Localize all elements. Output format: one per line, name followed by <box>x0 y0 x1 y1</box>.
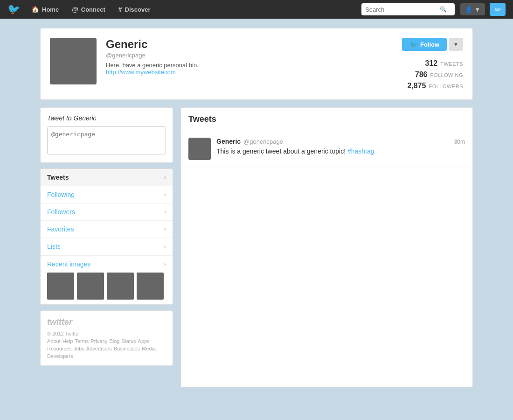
followers-label: Followers <box>47 208 75 216</box>
profile-bio: Here, have a generic personal bio. <box>106 62 388 69</box>
tweet-box-label: Tweet to Generic <box>47 114 166 122</box>
footer-link-about[interactable]: About <box>47 338 61 344</box>
followers-label: FOLLOWERS <box>429 84 463 89</box>
sidebar-nav-panel: Tweets › Following › Followers › Favorit… <box>40 168 173 305</box>
tweet-time: 30m <box>454 139 465 145</box>
sidebar-header-chevron: › <box>164 174 166 181</box>
footer-link-media[interactable]: Media <box>142 346 156 351</box>
nav-connect-label: Connect <box>81 6 105 13</box>
follow-label: Follow <box>420 41 439 48</box>
follow-dropdown-button[interactable]: ▼ <box>449 38 463 51</box>
sidebar-item-followers[interactable]: Followers › <box>41 203 173 221</box>
connect-icon: @ <box>72 6 78 13</box>
nav-discover[interactable]: # Discover <box>113 0 156 19</box>
content-area: Tweet to Generic Tweets › Following › Fo… <box>40 107 473 387</box>
footer-link-developers[interactable]: Developers <box>47 353 73 359</box>
user-menu-button[interactable]: 👤 ▼ <box>460 3 485 15</box>
footer-copyright: © 2012 Twitter <box>47 331 166 336</box>
footer-link-status[interactable]: Status <box>121 338 136 344</box>
followers-chevron: › <box>164 209 166 215</box>
image-thumb-4[interactable] <box>137 273 164 300</box>
recent-images-header[interactable]: Recent images › <box>47 260 166 268</box>
profile-stats: 🐦 Follow ▼ 312 TWEETS 786 FOLLOWING 2,87… <box>398 38 463 90</box>
twitter-footer-logo: twitter <box>47 317 166 327</box>
tweet-username: Generic <box>216 138 241 145</box>
followers-stat: 2,875 FOLLOWERS <box>407 82 463 90</box>
sidebar-item-lists[interactable]: Lists › <box>41 238 173 255</box>
tweet-meta: Generic @genericpage 30m <box>216 138 465 145</box>
follow-bird-icon: 🐦 <box>409 41 417 48</box>
footer-link-businesses[interactable]: Businesses <box>114 346 140 351</box>
follow-dropdown-arrow: ▼ <box>453 42 458 47</box>
profile-info: Generic @genericpage Here, have a generi… <box>106 38 388 76</box>
nav-connect[interactable]: @ Connect <box>66 0 111 19</box>
tweet-handle: @genericpage <box>243 138 283 145</box>
footer-link-terms[interactable]: Terms <box>75 338 89 344</box>
following-label: Following <box>47 191 75 198</box>
home-icon: 🏠 <box>31 6 39 13</box>
tweet-avatar <box>188 138 211 160</box>
image-thumb-2[interactable] <box>77 273 104 300</box>
twitter-logo-icon: 🐦 <box>7 3 20 15</box>
sidebar-nav-header: Tweets › <box>41 169 173 186</box>
user-icon: 👤 <box>465 6 472 13</box>
tweet-text: This is a generic tweet about a generic … <box>216 147 465 156</box>
tweet-content: Generic @genericpage 30m This is a gener… <box>216 138 465 160</box>
lists-chevron: › <box>164 243 166 250</box>
footer-link-jobs[interactable]: Jobs <box>74 346 84 351</box>
lists-label: Lists <box>47 243 61 250</box>
profile-actions: 🐦 Follow ▼ <box>402 38 463 51</box>
search-box: 🔍 <box>361 3 455 15</box>
tweets-label: TWEETS <box>440 61 463 67</box>
tweets-panel: Tweets Generic @genericpage 30m This is … <box>180 107 473 387</box>
following-label: FOLLOWING <box>430 72 463 78</box>
followers-count: 2,875 <box>407 82 426 90</box>
navbar: 🐦 🏠 Home @ Connect # Discover 🔍 👤 ▼ ✏ <box>0 0 513 19</box>
footer-link-help[interactable]: Help <box>62 338 73 344</box>
user-dropdown-arrow: ▼ <box>474 6 480 13</box>
page-container: Generic @genericpage Here, have a generi… <box>33 19 480 397</box>
profile-handle: @genericpage <box>106 52 388 59</box>
discover-icon: # <box>118 6 122 13</box>
footer-link-apps[interactable]: Apps <box>138 338 150 344</box>
nav-discover-label: Discover <box>125 6 151 13</box>
compose-tweet-button[interactable]: ✏ <box>490 3 506 16</box>
footer-panel: twitter © 2012 Twitter About Help Terms … <box>40 310 173 366</box>
tweets-count: 312 <box>425 59 437 68</box>
nav-home[interactable]: 🏠 Home <box>26 0 64 19</box>
table-row: Generic @genericpage 30m This is a gener… <box>181 131 472 167</box>
footer-link-blog[interactable]: Blog <box>109 338 119 344</box>
profile-website[interactable]: http://www.mywebsitecom <box>106 69 176 76</box>
sidebar-item-favorites[interactable]: Favorites › <box>41 221 173 238</box>
footer-links: About Help Terms Privacy Blog Status App… <box>47 338 166 359</box>
recent-images-grid <box>47 273 166 300</box>
image-thumb-3[interactable] <box>107 273 134 300</box>
favorites-chevron: › <box>164 226 166 232</box>
recent-images-label: Recent images <box>47 260 90 268</box>
favorites-label: Favorites <box>47 225 74 233</box>
footer-link-advertisers[interactable]: Advertisers <box>86 346 112 351</box>
footer-link-resources[interactable]: Resources <box>47 346 72 351</box>
following-count: 786 <box>415 70 428 79</box>
profile-avatar <box>50 38 97 84</box>
follow-button[interactable]: 🐦 Follow <box>402 38 447 51</box>
tweet-box: Tweet to Generic <box>40 107 173 163</box>
image-thumb-1[interactable] <box>47 273 74 300</box>
tweet-textarea[interactable] <box>47 126 166 154</box>
sidebar-tweets-label: Tweets <box>47 174 69 181</box>
recent-images-section: Recent images › <box>41 255 173 304</box>
profile-name: Generic <box>106 38 388 51</box>
following-chevron: › <box>164 191 166 198</box>
search-icon: 🔍 <box>440 6 447 13</box>
search-input[interactable] <box>365 6 440 13</box>
sidebar-item-following[interactable]: Following › <box>41 186 173 203</box>
footer-link-privacy[interactable]: Privacy <box>90 338 107 344</box>
recent-images-chevron: › <box>164 261 166 267</box>
following-stat: 786 FOLLOWING <box>415 70 463 79</box>
tweets-stat: 312 TWEETS <box>425 59 463 68</box>
tweet-hashtag[interactable]: #hashtag <box>347 147 374 155</box>
tweets-panel-header: Tweets <box>181 108 472 131</box>
compose-icon: ✏ <box>495 5 501 14</box>
sidebar: Tweet to Generic Tweets › Following › Fo… <box>40 107 173 366</box>
nav-home-label: Home <box>42 6 59 13</box>
